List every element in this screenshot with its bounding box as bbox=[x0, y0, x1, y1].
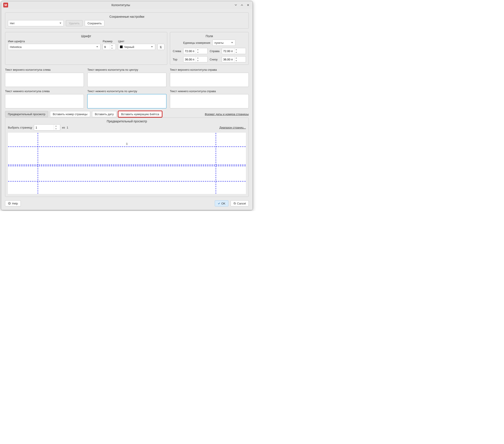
spin-up-icon[interactable]: ▲ bbox=[234, 48, 238, 51]
font-panel-title: Шрифт bbox=[8, 34, 164, 38]
of-label: из bbox=[62, 126, 65, 129]
spin-down-icon[interactable]: ▼ bbox=[196, 59, 200, 62]
header-right-label: Текст верхнего колонтитула справа bbox=[170, 68, 249, 71]
preview-page-input[interactable] bbox=[34, 124, 54, 130]
date-page-format-link[interactable]: Формат даты и номера страницы bbox=[205, 112, 249, 116]
units-combo[interactable]: пункты bbox=[212, 40, 235, 46]
spin-down-icon[interactable]: ▼ bbox=[234, 51, 238, 54]
font-color-value: Черный bbox=[124, 45, 134, 49]
guide-line bbox=[8, 181, 246, 181]
save-button[interactable]: Сохранить bbox=[85, 20, 105, 26]
header-left-input[interactable] bbox=[5, 73, 84, 87]
guide-line bbox=[8, 146, 246, 147]
ok-button[interactable]: OK bbox=[215, 200, 228, 206]
guide-line bbox=[38, 133, 38, 194]
help-button[interactable]: Help bbox=[5, 200, 21, 206]
units-value: пункты bbox=[214, 41, 224, 44]
app-icon bbox=[3, 3, 8, 7]
spin-up-icon[interactable]: ▲ bbox=[196, 56, 200, 59]
margin-top-label: Top bbox=[173, 58, 181, 61]
margin-bottom-spinner[interactable]: ▲▼ bbox=[222, 56, 246, 62]
footer-left-label: Текст нижнего колонтитула слева bbox=[5, 89, 84, 93]
insert-date-button[interactable]: Вставить дату bbox=[92, 111, 116, 117]
margin-bottom-input[interactable] bbox=[222, 56, 234, 62]
spin-up-icon[interactable]: ▲ bbox=[196, 48, 200, 51]
window-title: Колонтитулы bbox=[8, 3, 234, 7]
underline-icon: U bbox=[160, 45, 162, 49]
spin-down-icon[interactable]: ▼ bbox=[234, 59, 238, 62]
margin-left-label: Слева bbox=[173, 50, 181, 53]
font-size-label: Размер bbox=[103, 40, 116, 43]
help-icon bbox=[8, 202, 11, 205]
preset-combo[interactable]: Нет bbox=[8, 20, 64, 26]
dialog-window: Колонтитулы Сохраненные настройки Нет Уд… bbox=[1, 1, 253, 210]
close-button[interactable] bbox=[246, 3, 251, 7]
margin-right-spinner[interactable]: ▲▼ bbox=[222, 48, 246, 54]
page-range-link[interactable]: Диапазон страниц... bbox=[219, 126, 246, 129]
color-swatch-icon bbox=[120, 46, 123, 48]
preview-panel: Предварительный просмотр Выбрать страниц… bbox=[5, 118, 249, 197]
delete-button: Удалить bbox=[66, 20, 83, 26]
font-color-label: Цвет bbox=[118, 40, 155, 43]
font-panel: Шрифт Имя шрифта Helvetica Размер ▲▼ bbox=[5, 32, 167, 65]
preview-page-number: 1 bbox=[126, 142, 128, 146]
preview-toggle-button[interactable]: Предварительный просмотр bbox=[5, 111, 48, 117]
preset-value: Нет bbox=[10, 22, 15, 25]
guide-line bbox=[216, 133, 216, 194]
footer-left-input[interactable] bbox=[5, 94, 84, 108]
margin-right-label: Справа bbox=[210, 50, 220, 53]
margin-bottom-label: Снизу bbox=[210, 58, 220, 61]
choose-page-label: Выбрать страницу bbox=[8, 126, 32, 129]
units-label: Единицы измерения bbox=[183, 41, 210, 44]
spin-down-icon[interactable]: ▼ bbox=[110, 47, 114, 50]
minimize-button[interactable] bbox=[234, 3, 238, 7]
margin-top-spinner[interactable]: ▲▼ bbox=[183, 56, 207, 62]
font-size-input[interactable] bbox=[103, 44, 110, 50]
insert-page-number-button[interactable]: Вставить номер страницы bbox=[50, 111, 90, 117]
footer-center-input[interactable] bbox=[87, 94, 166, 108]
maximize-button[interactable] bbox=[239, 3, 244, 7]
header-right-input[interactable] bbox=[170, 73, 249, 87]
margin-top-input[interactable] bbox=[183, 56, 196, 62]
preview-page-spinner[interactable]: ▲▼ bbox=[34, 124, 60, 130]
margin-left-input[interactable] bbox=[183, 48, 196, 54]
header-center-input[interactable] bbox=[87, 73, 166, 87]
spin-down-icon[interactable]: ▼ bbox=[196, 51, 200, 54]
guide-line bbox=[8, 165, 246, 165]
margins-panel-title: Поля bbox=[173, 34, 246, 38]
footer-center-label: Текст нижнего колонтитула по центру bbox=[87, 89, 166, 93]
preview-title: Предварительный просмотр bbox=[8, 120, 246, 123]
margin-right-input[interactable] bbox=[222, 48, 234, 54]
spin-down-icon[interactable]: ▼ bbox=[54, 127, 58, 130]
header-center-label: Текст верхнего колонтитула по центру bbox=[87, 68, 166, 71]
cancel-icon bbox=[234, 202, 236, 205]
footer-right-input[interactable] bbox=[170, 94, 249, 108]
total-pages: 1 bbox=[67, 126, 68, 129]
guide-line bbox=[8, 166, 246, 166]
preview-area: 1 bbox=[8, 133, 246, 194]
margin-left-spinner[interactable]: ▲▼ bbox=[183, 48, 207, 54]
font-name-value: Helvetica bbox=[10, 45, 21, 49]
insert-bates-button[interactable]: Вставить нумерацию Бейтса bbox=[118, 111, 162, 117]
header-left-label: Текст верхнего колонтитула слева bbox=[5, 68, 84, 71]
saved-settings-panel: Сохраненные настройки Нет Удалить Сохран… bbox=[5, 13, 249, 29]
font-name-combo[interactable]: Helvetica bbox=[8, 44, 101, 50]
spin-up-icon[interactable]: ▲ bbox=[110, 44, 114, 47]
svg-point-1 bbox=[9, 203, 10, 204]
cancel-button[interactable]: Cancel bbox=[231, 200, 249, 206]
saved-settings-title: Сохраненные настройки bbox=[8, 15, 246, 18]
footer-right-label: Текст нижнего колонтитула справа bbox=[170, 89, 249, 93]
font-color-combo[interactable]: Черный bbox=[118, 44, 155, 50]
margins-panel: Поля Единицы измерения пункты Слева ▲▼ С… bbox=[170, 32, 249, 65]
spin-up-icon[interactable]: ▲ bbox=[54, 124, 58, 127]
titlebar: Колонтитулы bbox=[1, 1, 253, 9]
check-icon bbox=[218, 202, 220, 205]
font-name-label: Имя шрифта bbox=[8, 40, 101, 43]
spin-up-icon[interactable]: ▲ bbox=[234, 56, 238, 59]
font-size-spinner[interactable]: ▲▼ bbox=[103, 44, 116, 50]
underline-button[interactable]: U bbox=[157, 44, 164, 50]
